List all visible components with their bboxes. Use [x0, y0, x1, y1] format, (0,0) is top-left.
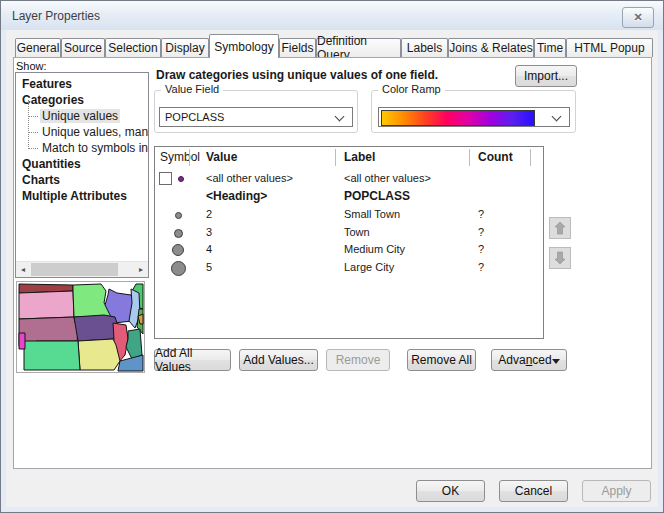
apply-button: Apply	[582, 480, 651, 502]
panel-description: Draw categories using unique values of o…	[156, 68, 438, 82]
scrollbar-thumb[interactable]	[31, 263, 118, 276]
tree-item-features[interactable]: Features	[16, 76, 148, 92]
chevron-down-icon[interactable]	[335, 112, 345, 122]
column-header-value: Value	[206, 150, 237, 164]
color-ramp-label: Color Ramp	[378, 83, 445, 95]
tab-general[interactable]: General	[15, 38, 61, 57]
cancel-button[interactable]: Cancel	[499, 480, 568, 502]
close-icon: ✕	[633, 11, 642, 24]
tree-item-match-symbols[interactable]: Match to symbols in a	[16, 140, 148, 156]
move-down-button	[549, 247, 571, 269]
tab-joins-relates[interactable]: Joins & Relates	[448, 38, 534, 57]
scroll-left-arrow-icon[interactable]: ◂	[16, 262, 30, 277]
remove-all-button[interactable]: Remove All	[407, 349, 476, 371]
arrow-up-icon	[554, 221, 566, 235]
value-field-label: Value Field	[161, 83, 223, 95]
title-bar[interactable]: Layer Properties ✕	[1, 1, 663, 30]
table-row-small-town[interactable]: 2 Small Town ?	[155, 206, 543, 224]
tree-item-charts[interactable]: Charts	[16, 172, 148, 188]
tab-source[interactable]: Source	[61, 38, 105, 57]
tab-display[interactable]: Display	[161, 38, 209, 57]
column-header-count: Count	[478, 150, 513, 164]
tree-item-quantities[interactable]: Quantities	[16, 156, 148, 172]
value-field-value: POPCLASS	[165, 111, 224, 123]
unique-values-table: Symbol Value Label Count <all other valu…	[154, 146, 544, 339]
map-preview-image	[17, 282, 144, 372]
tree-item-multiple-attributes[interactable]: Multiple Attributes	[16, 188, 148, 204]
tab-fields[interactable]: Fields	[279, 38, 316, 57]
all-other-values-symbol[interactable]	[178, 176, 184, 182]
ok-button[interactable]: OK	[416, 480, 485, 502]
all-other-values-checkbox[interactable]	[159, 172, 172, 185]
tab-html-popup[interactable]: HTML Popup	[566, 38, 653, 57]
tab-time[interactable]: Time	[534, 38, 566, 57]
show-label: Show:	[16, 60, 47, 72]
advanced-menu-button[interactable]: Advanced	[491, 349, 567, 371]
add-values-button[interactable]: Add Values...	[239, 349, 318, 371]
layer-properties-dialog: Layer Properties ✕ General Source Select…	[0, 0, 664, 513]
tree-horizontal-scrollbar[interactable]: ◂ ▸	[16, 261, 148, 277]
tab-definition-query[interactable]: Definition Query	[316, 38, 401, 57]
remove-button: Remove	[326, 349, 390, 371]
arrow-down-icon	[554, 251, 566, 265]
chevron-down-icon[interactable]	[552, 112, 562, 122]
add-all-values-button[interactable]: Add All Values	[154, 349, 231, 371]
table-row-heading[interactable]: <Heading> POPCLASS	[155, 188, 543, 206]
table-row-town[interactable]: 3 Town ?	[155, 224, 543, 242]
move-up-button	[549, 217, 571, 239]
table-row-large-city[interactable]: 5 Large City ?	[155, 259, 543, 277]
color-ramp-combobox[interactable]	[378, 107, 570, 127]
symbol-dot[interactable]	[175, 212, 182, 219]
column-header-symbol: Symbol	[160, 150, 200, 164]
import-button[interactable]: Import...	[515, 65, 577, 87]
close-button[interactable]: ✕	[622, 7, 654, 28]
value-field-group: Value Field POPCLASS	[154, 90, 358, 133]
scroll-right-arrow-icon[interactable]: ▸	[134, 262, 148, 277]
tab-symbology[interactable]: Symbology	[209, 34, 279, 58]
table-row-all-other-values[interactable]: <all other values> <all other values>	[155, 170, 543, 188]
value-field-combobox[interactable]: POPCLASS	[159, 107, 353, 127]
symbol-dot[interactable]	[174, 229, 183, 238]
renderer-tree: Features Categories Unique values Unique…	[15, 72, 149, 278]
dropdown-caret-icon	[552, 359, 560, 364]
column-header-label: Label	[344, 150, 375, 164]
color-ramp-group: Color Ramp	[371, 90, 576, 133]
symbol-dot[interactable]	[172, 244, 184, 256]
symbol-dot[interactable]	[171, 261, 186, 276]
table-row-medium-city[interactable]: 4 Medium City ?	[155, 241, 543, 259]
window-title: Layer Properties	[12, 9, 100, 23]
map-preview	[16, 281, 145, 373]
color-ramp-gradient	[381, 110, 535, 126]
tab-labels[interactable]: Labels	[401, 38, 448, 57]
tab-selection[interactable]: Selection	[105, 38, 161, 57]
